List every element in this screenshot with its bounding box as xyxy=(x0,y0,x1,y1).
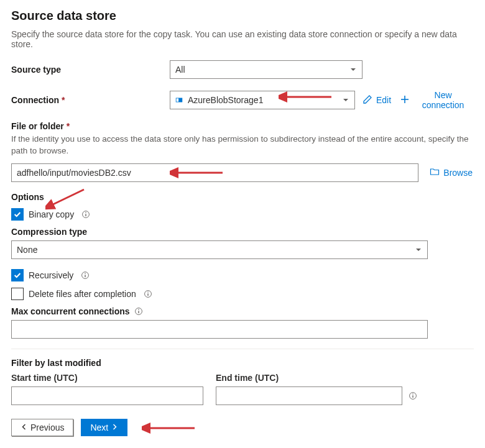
next-button[interactable]: Next xyxy=(81,419,127,436)
options-label: Options xyxy=(11,192,474,202)
compression-type-label: Compression type xyxy=(11,227,474,237)
file-folder-label: File or folder xyxy=(11,121,474,131)
file-path-input[interactable] xyxy=(11,163,418,182)
folder-icon xyxy=(430,167,440,178)
browse-label: Browse xyxy=(443,168,473,178)
wizard-buttons: Previous Next xyxy=(11,419,474,436)
plus-icon xyxy=(400,94,410,106)
chevron-left-icon xyxy=(21,423,28,432)
svg-point-21 xyxy=(412,393,413,395)
page-title: Source data store xyxy=(11,9,474,23)
end-time-input[interactable] xyxy=(216,386,402,405)
file-folder-helper: If the identity you use to access the da… xyxy=(11,134,474,157)
compression-type-section: Compression type None xyxy=(11,227,474,259)
info-icon[interactable] xyxy=(81,210,90,219)
info-icon[interactable] xyxy=(134,307,143,316)
file-folder-section: File or folder If the identity you use t… xyxy=(11,121,474,182)
next-label: Next xyxy=(90,423,108,432)
previous-label: Previous xyxy=(30,423,64,432)
source-type-select[interactable]: All xyxy=(170,60,363,79)
delete-after-label: Delete files after completion xyxy=(29,289,136,299)
annotation-arrow-next xyxy=(142,420,198,436)
binary-copy-row: Binary copy xyxy=(11,208,474,221)
source-type-row: Source type All xyxy=(11,60,474,79)
edit-label: Edit xyxy=(376,95,391,105)
end-time-label: End time (UTC) xyxy=(216,373,417,383)
divider xyxy=(11,349,474,349)
delete-after-row: Delete files after completion xyxy=(11,288,474,300)
connection-select[interactable]: AzureBlobStorage1 xyxy=(170,91,355,109)
start-time-col: Start time (UTC) xyxy=(11,373,203,405)
chevron-right-icon xyxy=(111,423,118,432)
svg-point-15 xyxy=(147,291,149,293)
max-concurrent-label: Max concurrent connections xyxy=(11,306,130,316)
recursively-row: Recursively xyxy=(11,269,474,281)
browse-button[interactable]: Browse xyxy=(428,164,474,181)
source-type-label: Source type xyxy=(11,65,164,75)
max-concurrent-input[interactable] xyxy=(11,320,428,339)
recursively-checkbox[interactable] xyxy=(11,269,24,281)
binary-copy-checkbox[interactable] xyxy=(11,208,24,221)
info-icon[interactable] xyxy=(81,271,90,280)
recursively-label: Recursively xyxy=(29,270,73,280)
start-time-input[interactable] xyxy=(11,386,203,405)
previous-button[interactable]: Previous xyxy=(11,419,73,436)
start-time-label: Start time (UTC) xyxy=(11,373,203,383)
connection-select-wrap: AzureBlobStorage1 xyxy=(170,91,355,109)
info-icon[interactable] xyxy=(144,290,152,298)
svg-point-9 xyxy=(85,212,86,213)
delete-after-checkbox[interactable] xyxy=(11,288,24,300)
binary-copy-label: Binary copy xyxy=(29,209,74,219)
check-icon xyxy=(13,271,22,280)
connection-row: Connection AzureBlobStorage1 Edit New co… xyxy=(11,88,474,112)
new-connection-button[interactable]: New connection xyxy=(399,88,474,112)
end-time-col: End time (UTC) xyxy=(216,373,417,405)
filter-section: Filter by last modified Start time (UTC)… xyxy=(11,358,474,405)
edit-connection-button[interactable]: Edit xyxy=(361,92,392,109)
check-icon xyxy=(13,210,22,219)
pencil-icon xyxy=(363,94,372,106)
page-description: Specify the source data store for the co… xyxy=(11,29,474,49)
connection-label: Connection xyxy=(11,95,164,105)
filter-label: Filter by last modified xyxy=(11,358,474,368)
options-section: Options Binary copy Compression type Non… xyxy=(11,192,474,339)
max-concurrent-section: Max concurrent connections xyxy=(11,306,474,339)
new-connection-label: New connection xyxy=(413,90,473,110)
svg-point-18 xyxy=(138,309,139,310)
svg-point-12 xyxy=(85,273,86,274)
info-icon[interactable] xyxy=(409,391,417,400)
compression-type-select[interactable]: None xyxy=(11,240,428,259)
